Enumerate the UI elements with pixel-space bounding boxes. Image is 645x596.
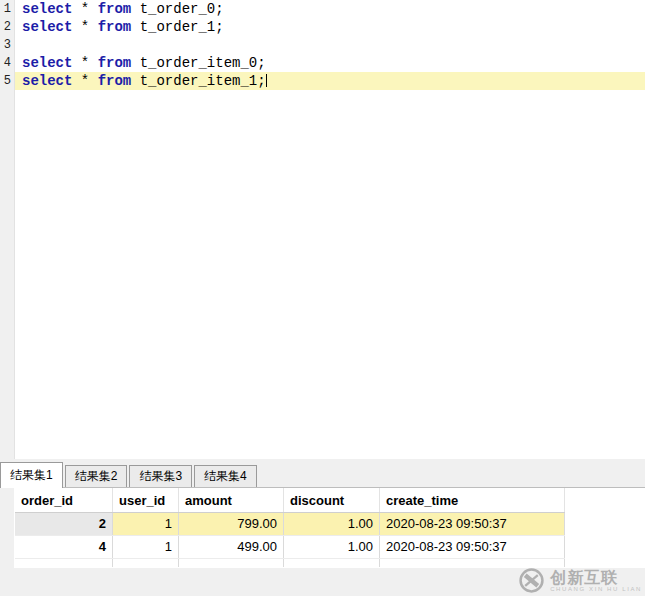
- sql-keyword: select: [22, 1, 72, 17]
- column-header-user_id[interactable]: user_id: [113, 488, 179, 512]
- sql-keyword: from: [98, 19, 132, 35]
- result-grid: order_iduser_idamountdiscountcreate_time…: [0, 488, 645, 568]
- cell-order_id[interactable]: 4: [15, 536, 113, 558]
- line-number: 1: [0, 0, 15, 18]
- line-number: 4: [0, 54, 15, 72]
- sql-text: *: [72, 1, 97, 17]
- tab-result-set-1[interactable]: 结果集1: [0, 462, 63, 488]
- sql-text: t_order_item_0;: [131, 55, 265, 71]
- code-text: [15, 36, 645, 54]
- sql-text: *: [72, 55, 97, 71]
- code-line[interactable]: 1select * from t_order_0;: [0, 0, 645, 18]
- text-cursor: [266, 74, 267, 87]
- code-text: select * from t_order_item_1;: [15, 72, 645, 90]
- line-number: 5: [0, 72, 15, 90]
- watermark-subtitle: CHUANG XIN HU LIAN: [550, 586, 642, 593]
- sql-editor[interactable]: 1select * from t_order_0;2select * from …: [0, 0, 645, 459]
- code-line[interactable]: 5select * from t_order_item_1;: [0, 72, 645, 90]
- row-header-gutter: [0, 488, 15, 568]
- cell-create_time[interactable]: 2020-08-23 09:50:37: [380, 536, 565, 558]
- cell-order_id[interactable]: 2: [15, 513, 113, 535]
- sql-text: t_order_0;: [131, 1, 223, 17]
- table-row[interactable]: 21799.001.002020-08-23 09:50:37: [15, 513, 565, 536]
- empty-cell: [179, 559, 284, 567]
- code-text: select * from t_order_1;: [15, 18, 645, 36]
- cell-discount[interactable]: 1.00: [284, 536, 380, 558]
- column-header-order_id[interactable]: order_id: [15, 488, 113, 512]
- sql-text: t_order_item_1;: [131, 73, 265, 89]
- code-line[interactable]: 2select * from t_order_1;: [0, 18, 645, 36]
- tab-result-set-3[interactable]: 结果集3: [129, 465, 192, 487]
- code-line[interactable]: 3: [0, 36, 645, 54]
- line-number: 2: [0, 18, 15, 36]
- column-header-discount[interactable]: discount: [284, 488, 380, 512]
- status-footer: 创新互联 CHUANG XIN HU LIAN: [0, 568, 645, 596]
- sql-keyword: select: [22, 73, 72, 89]
- cell-user_id[interactable]: 1: [113, 536, 179, 558]
- sql-keyword: select: [22, 55, 72, 71]
- x-in-circle-icon: [517, 566, 546, 595]
- sql-text: *: [72, 73, 97, 89]
- tab-result-set-4[interactable]: 结果集4: [194, 465, 257, 487]
- empty-cell: [113, 559, 179, 567]
- sql-keyword: select: [22, 19, 72, 35]
- code-text: select * from t_order_0;: [15, 0, 645, 18]
- table-empty-row: [15, 559, 565, 567]
- code-text: select * from t_order_item_0;: [15, 54, 645, 72]
- cell-discount[interactable]: 1.00: [284, 513, 380, 535]
- line-number: 3: [0, 36, 15, 54]
- watermark: 创新互联 CHUANG XIN HU LIAN: [517, 566, 642, 595]
- code-line[interactable]: 4select * from t_order_item_0;: [0, 54, 645, 72]
- cell-amount[interactable]: 799.00: [179, 513, 284, 535]
- cell-amount[interactable]: 499.00: [179, 536, 284, 558]
- sql-editor-lines: 1select * from t_order_0;2select * from …: [0, 0, 645, 90]
- table-header-row: order_iduser_idamountdiscountcreate_time: [15, 488, 565, 513]
- sql-text: t_order_1;: [131, 19, 223, 35]
- cell-user_id[interactable]: 1: [113, 513, 179, 535]
- watermark-text: 创新互联 CHUANG XIN HU LIAN: [550, 569, 642, 593]
- empty-cell: [284, 559, 380, 567]
- result-table: order_iduser_idamountdiscountcreate_time…: [15, 488, 565, 567]
- sql-text: *: [72, 19, 97, 35]
- cell-create_time[interactable]: 2020-08-23 09:50:37: [380, 513, 565, 535]
- sql-keyword: from: [98, 55, 132, 71]
- watermark-title: 创新互联: [550, 569, 642, 586]
- empty-cell: [15, 559, 113, 567]
- tab-result-set-2[interactable]: 结果集2: [65, 465, 128, 487]
- result-tabbar: X 结果集1结果集2结果集3结果集4: [0, 459, 645, 488]
- column-header-create_time[interactable]: create_time: [380, 488, 565, 512]
- sql-keyword: from: [98, 73, 132, 89]
- sql-keyword: from: [98, 1, 132, 17]
- column-header-amount[interactable]: amount: [179, 488, 284, 512]
- table-row[interactable]: 41499.001.002020-08-23 09:50:37: [15, 536, 565, 559]
